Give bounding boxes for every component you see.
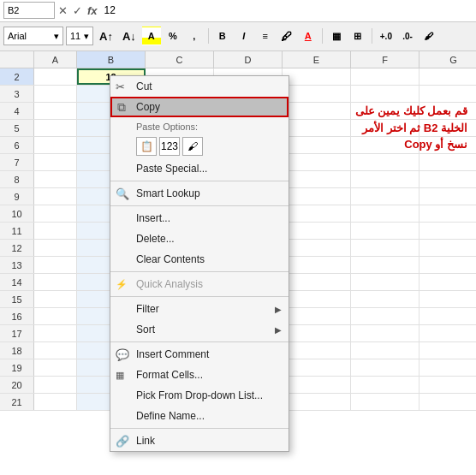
increase-font-btn[interactable]: A↑ bbox=[96, 27, 116, 45]
menu-item-paste-special-label: Paste Special... bbox=[136, 163, 207, 175]
cell-g2[interactable] bbox=[419, 68, 476, 85]
cell-f2[interactable] bbox=[351, 68, 419, 85]
col-header-g[interactable]: G bbox=[419, 51, 476, 68]
menu-sep6 bbox=[110, 428, 289, 429]
bold-btn[interactable]: B bbox=[213, 27, 232, 45]
font-size-chevron: ▾ bbox=[84, 31, 89, 42]
align-btn[interactable]: ≡ bbox=[256, 27, 275, 45]
menu-item-format-cells[interactable]: ▦ Format Cells... bbox=[110, 365, 289, 385]
paint-format-btn[interactable]: 🖌 bbox=[419, 27, 438, 45]
formula-content: 12 bbox=[101, 4, 473, 16]
menu-item-clear-contents-label: Clear Contents bbox=[136, 253, 205, 265]
quick-analysis-icon: ⚡ bbox=[116, 279, 128, 290]
menu-item-link-label: Link bbox=[136, 435, 155, 447]
menu-item-link[interactable]: 🔗 Link bbox=[110, 430, 289, 451]
menu-item-quick-analysis-label: Quick Analysis bbox=[136, 278, 203, 290]
menu-item-format-cells-label: Format Cells... bbox=[136, 369, 203, 381]
inc-decimal-btn[interactable]: +.0 bbox=[377, 27, 396, 45]
fx-icon[interactable]: fx bbox=[87, 4, 98, 17]
sort-arrow: ▶ bbox=[275, 325, 282, 335]
comma-btn[interactable]: , bbox=[185, 27, 204, 45]
name-box[interactable]: B2 bbox=[3, 2, 55, 19]
menu-item-filter[interactable]: Filter ▶ bbox=[110, 299, 289, 319]
filter-arrow: ▶ bbox=[275, 305, 282, 314]
menu-item-paste-special[interactable]: Paste Special... bbox=[110, 158, 289, 179]
toolbar-sep3 bbox=[372, 28, 372, 44]
toolbar-sep1 bbox=[208, 28, 209, 44]
font-name-dropdown[interactable]: Arial ▾ bbox=[3, 27, 63, 45]
menu-item-sort[interactable]: Sort ▶ bbox=[110, 319, 289, 340]
menu-item-cut-label: Cut bbox=[136, 80, 152, 92]
cell-a2[interactable] bbox=[34, 68, 77, 85]
font-name-chevron: ▾ bbox=[54, 31, 59, 42]
font-color-btn[interactable]: A bbox=[299, 27, 318, 45]
cut-icon: ✂ bbox=[116, 80, 125, 93]
menu-item-insert-comment-label: Insert Comment bbox=[136, 348, 209, 360]
format-cells-icon: ▦ bbox=[116, 370, 124, 381]
spreadsheet: B2 ✕ ✓ fx 12 Arial ▾ 11 ▾ A↑ A↓ A % , bbox=[0, 0, 476, 475]
menu-item-clear-contents[interactable]: Clear Contents bbox=[110, 249, 289, 270]
menu-sep2 bbox=[110, 205, 289, 206]
menu-item-define-name-label: Define Name... bbox=[136, 410, 205, 422]
toolbar-area: B2 ✕ ✓ fx 12 Arial ▾ 11 ▾ A↑ A↓ A % , bbox=[0, 0, 476, 51]
paste-btn-values[interactable]: 123 bbox=[159, 137, 180, 156]
menu-item-copy[interactable]: ⧉ Copy bbox=[110, 97, 289, 117]
comment-icon: 💬 bbox=[116, 348, 129, 361]
col-header-b[interactable]: B bbox=[77, 51, 146, 68]
menu-item-filter-label: Filter bbox=[136, 303, 159, 315]
menu-item-delete[interactable]: Delete... bbox=[110, 229, 289, 249]
menu-item-delete-label: Delete... bbox=[136, 233, 175, 245]
paste-options-area: 📋 123 🖌 bbox=[110, 134, 289, 158]
col-header-f[interactable]: F bbox=[351, 51, 419, 68]
formula-icons: ✕ ✓ fx bbox=[58, 4, 98, 17]
formula-bar: B2 ✕ ✓ fx 12 bbox=[0, 0, 476, 22]
context-menu: ✂ Cut ⧉ Copy Paste Options: 📋 123 🖌 Past… bbox=[110, 75, 289, 452]
menu-item-sort-label: Sort bbox=[136, 324, 155, 335]
menu-item-smart-lookup-label: Smart Lookup bbox=[136, 187, 200, 199]
copy-icon: ⧉ bbox=[117, 100, 126, 115]
font-size-dropdown[interactable]: 11 ▾ bbox=[66, 27, 93, 45]
paste-btn-format[interactable]: 🖌 bbox=[182, 137, 203, 156]
menu-sep1 bbox=[110, 181, 289, 181]
borders-btn[interactable]: ▦ bbox=[327, 27, 346, 45]
merge-btn[interactable]: ⊞ bbox=[348, 27, 367, 45]
decrease-font-btn[interactable]: A↓ bbox=[119, 27, 140, 45]
col-header-e[interactable]: E bbox=[283, 51, 351, 68]
paste-options-header: Paste Options: bbox=[110, 117, 289, 134]
link-icon: 🔗 bbox=[116, 435, 129, 448]
menu-item-pick-dropdown[interactable]: Pick From Drop-down List... bbox=[110, 385, 289, 406]
row-col-corner bbox=[0, 51, 34, 68]
col-header-d[interactable]: D bbox=[214, 51, 283, 68]
italic-btn[interactable]: I bbox=[235, 27, 253, 45]
cancel-icon[interactable]: ✕ bbox=[58, 4, 68, 17]
menu-sep5 bbox=[110, 341, 289, 342]
toolbar-sep2 bbox=[322, 28, 323, 44]
cell-e2[interactable] bbox=[283, 68, 351, 85]
paste-btn-default[interactable]: 📋 bbox=[136, 137, 157, 156]
row-header-2: 2 bbox=[0, 68, 34, 85]
menu-sep4 bbox=[110, 296, 289, 297]
dec-decimal-btn[interactable]: .0- bbox=[398, 27, 417, 45]
menu-item-cut[interactable]: ✂ Cut bbox=[110, 76, 289, 97]
menu-item-pick-dropdown-label: Pick From Drop-down List... bbox=[136, 389, 263, 401]
col-header-a[interactable]: A bbox=[34, 51, 77, 68]
menu-item-define-name[interactable]: Define Name... bbox=[110, 406, 289, 426]
confirm-icon[interactable]: ✓ bbox=[73, 4, 82, 17]
font-toolbar: Arial ▾ 11 ▾ A↑ A↓ A % , B I ≡ 🖊 A ▦ ⊞ +… bbox=[0, 22, 476, 50]
smart-lookup-icon: 🔍 bbox=[116, 187, 129, 200]
menu-item-smart-lookup[interactable]: 🔍 Smart Lookup bbox=[110, 183, 289, 204]
col-header-c[interactable]: C bbox=[146, 51, 214, 68]
col-headers: A B C D E F G bbox=[0, 51, 476, 68]
menu-item-insert[interactable]: Insert... bbox=[110, 208, 289, 229]
menu-sep3 bbox=[110, 271, 289, 272]
menu-item-insert-comment[interactable]: 💬 Insert Comment bbox=[110, 344, 289, 365]
percent-btn[interactable]: % bbox=[164, 27, 182, 45]
fill-color-btn[interactable]: A bbox=[142, 27, 161, 45]
menu-item-quick-analysis: ⚡ Quick Analysis bbox=[110, 274, 289, 294]
menu-item-copy-label: Copy bbox=[136, 101, 160, 113]
highlight-btn[interactable]: 🖊 bbox=[277, 27, 296, 45]
menu-item-insert-label: Insert... bbox=[136, 212, 170, 224]
